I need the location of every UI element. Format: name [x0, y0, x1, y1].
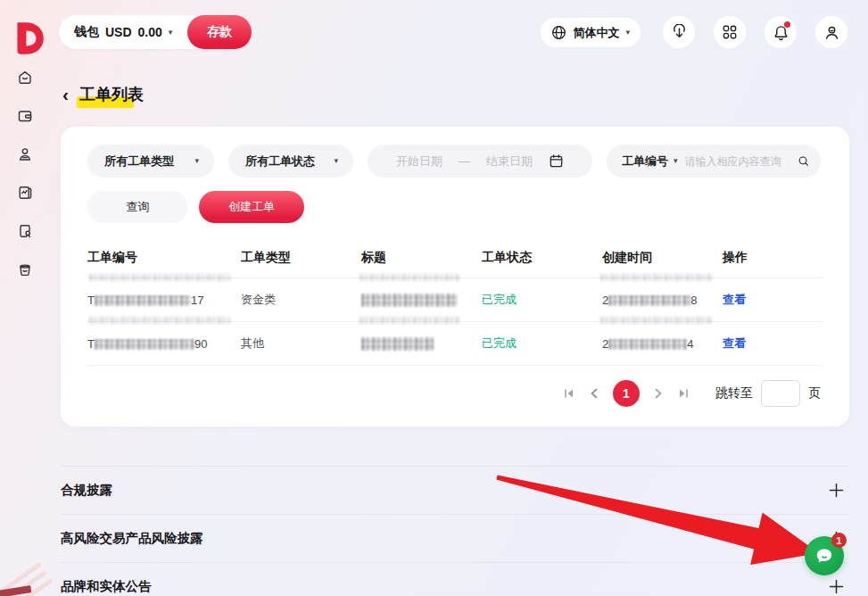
date-range-picker[interactable]: 开始日期 — 结束日期: [368, 145, 592, 178]
page-jump-input[interactable]: [761, 380, 800, 407]
accordion-label: 高风险交易产品风险披露: [61, 530, 203, 547]
calendar-icon: [549, 153, 564, 169]
date-start-placeholder: 开始日期: [396, 153, 442, 170]
date-end-placeholder: 结束日期: [486, 153, 533, 170]
search-bar: 工单编号 ▾: [607, 145, 821, 178]
status-filter-value: 所有工单状态: [245, 153, 315, 170]
query-button[interactable]: 查询: [87, 191, 188, 223]
accordion-brand-entities[interactable]: 品牌和实体公告: [61, 562, 849, 596]
sidebar-item-wallet[interactable]: [17, 108, 33, 124]
type-filter-value: 所有工单类型: [104, 153, 174, 170]
redaction-ghost: [89, 274, 230, 281]
sidebar-item-verification[interactable]: [17, 223, 33, 239]
cell-order-id: T17: [87, 294, 241, 307]
chat-unread-badge: 1: [831, 533, 847, 548]
cell-order-title: [361, 293, 482, 307]
view-link[interactable]: 查看: [723, 292, 823, 308]
deposit-button[interactable]: 存款: [187, 15, 252, 49]
apps-menu-button[interactable]: [714, 16, 746, 48]
back-button[interactable]: ‹: [62, 85, 69, 103]
type-filter-select[interactable]: 所有工单类型 ▾: [87, 145, 214, 178]
language-label: 简体中文: [573, 25, 619, 41]
sidebar-item-orders[interactable]: [17, 261, 33, 277]
live-chat-button[interactable]: 1: [805, 536, 844, 575]
page-unit-label: 页: [808, 385, 821, 401]
plus-icon[interactable]: [829, 483, 844, 498]
cell-order-id: T90: [87, 337, 241, 351]
sidebar-item-home[interactable]: [17, 70, 33, 86]
notifications-button[interactable]: [765, 16, 797, 48]
accordion-label: 品牌和实体公告: [61, 578, 152, 595]
redaction-ghost: [360, 317, 459, 324]
chat-bubble-icon: [814, 545, 835, 567]
sidebar: [0, 70, 50, 277]
brand-logo-icon: [9, 20, 46, 57]
cell-created-time: 28: [602, 294, 723, 307]
accordion-label: 合规披露: [61, 482, 112, 499]
chevron-down-icon: ▾: [169, 29, 173, 37]
cell-order-type: 资金类: [241, 292, 361, 308]
chevron-down-icon: ▾: [334, 157, 338, 165]
sidebar-item-account[interactable]: [17, 146, 33, 162]
download-icon: [671, 24, 688, 41]
globe-icon: [551, 25, 566, 40]
status-badge: 已完成: [482, 292, 602, 308]
search-input[interactable]: [683, 154, 792, 169]
download-app-button[interactable]: [663, 16, 695, 48]
wallet-label: 钱包: [74, 24, 99, 40]
work-order-card: 所有工单类型 ▾ 所有工单状态 ▾ 开始日期 — 结束日期 工单编号 ▾: [61, 127, 849, 426]
redaction-ghost: [89, 317, 230, 324]
wallet-summary[interactable]: 钱包 USD 0.00 ▾ 存款: [59, 15, 252, 49]
language-selector[interactable]: 简体中文 ▾: [541, 18, 641, 47]
jump-label: 跳转至: [715, 385, 753, 401]
brand-logo[interactable]: [9, 20, 46, 57]
col-header-title: 标题: [361, 250, 482, 266]
filter-row: 所有工单类型 ▾ 所有工单状态 ▾ 开始日期 — 结束日期 工单编号 ▾: [87, 145, 823, 178]
table-header-row: 工单编号 工单类型 标题 工单状态 创建时间 操作: [87, 239, 823, 278]
sidebar-item-trading[interactable]: [17, 185, 33, 201]
plus-icon[interactable]: [829, 579, 844, 594]
table-row[interactable]: T17 资金类 已完成 28 查看: [87, 278, 823, 322]
page-title: 工单列表: [78, 84, 145, 105]
accordion-high-risk[interactable]: 高风险交易产品风险披露: [61, 514, 849, 562]
profile-button[interactable]: [815, 16, 847, 48]
redaction-ghost: [600, 274, 713, 281]
search-field-select[interactable]: 工单编号: [622, 153, 668, 170]
table-row[interactable]: T90 其他 已完成 24 查看: [87, 322, 823, 366]
notification-dot: [784, 21, 790, 28]
status-filter-select[interactable]: 所有工单状态 ▾: [228, 145, 353, 178]
chevron-down-icon: ▾: [194, 157, 199, 165]
last-page-button[interactable]: [677, 387, 690, 400]
first-page-button[interactable]: [563, 387, 575, 400]
status-badge: 已完成: [482, 335, 602, 352]
user-icon: [823, 24, 840, 41]
redaction-ghost: [600, 317, 713, 324]
redaction-ghost: [360, 274, 459, 281]
col-header-actions: 操作: [723, 250, 823, 266]
col-header-id: 工单编号: [87, 250, 241, 266]
page-header: ‹ 工单列表: [62, 84, 145, 105]
col-header-type: 工单类型: [241, 250, 361, 266]
disclosure-list: 合规披露 高风险交易产品风险披露 品牌和实体公告: [61, 466, 849, 596]
col-header-status: 工单状态: [482, 250, 602, 266]
col-header-created: 创建时间: [602, 250, 723, 266]
page-title-text: 工单列表: [79, 86, 144, 103]
prev-page-button[interactable]: [589, 388, 599, 399]
accordion-compliance[interactable]: 合规披露: [61, 466, 849, 514]
wallet-currency: USD: [105, 25, 132, 39]
page-jump: 跳转至 页: [715, 380, 821, 407]
cell-order-type: 其他: [241, 335, 361, 352]
date-separator: —: [459, 154, 470, 168]
search-icon[interactable]: [798, 153, 809, 170]
chevron-down-icon: ▾: [625, 29, 630, 37]
apps-grid-icon: [722, 24, 738, 40]
work-order-table: 工单编号 工单类型 标题 工单状态 创建时间 操作 T17 资金类 已完成 28…: [87, 239, 823, 366]
next-page-button[interactable]: [653, 388, 664, 399]
chevron-down-icon: ▾: [674, 157, 678, 165]
view-link[interactable]: 查看: [723, 335, 823, 352]
cell-created-time: 24: [602, 337, 723, 351]
current-page-indicator[interactable]: 1: [613, 380, 640, 407]
pagination: 1 跳转至 页: [87, 380, 823, 407]
create-work-order-button[interactable]: 创建工单: [199, 191, 304, 223]
action-row: 查询 创建工单: [87, 191, 823, 223]
